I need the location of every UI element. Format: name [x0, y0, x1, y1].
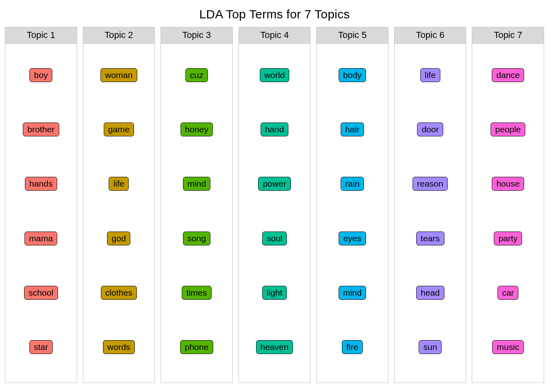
- term-chip: cuz: [185, 68, 208, 82]
- topic-body: worldhandpowersoullightheaven: [239, 44, 310, 383]
- term-chip: party: [494, 232, 522, 245]
- term-chip: life: [109, 177, 129, 191]
- term-chip: dance: [492, 68, 524, 82]
- topic-panel: Topic 6lifedoorreasontearsheadsun: [394, 27, 466, 383]
- topic-body: lifedoorreasontearsheadsun: [395, 44, 466, 383]
- term-chip: music: [492, 340, 524, 354]
- term-chip: eyes: [339, 232, 366, 245]
- topic-panel: Topic 7dancepeoplehousepartycarmusic: [472, 27, 544, 383]
- term-chip: words: [103, 340, 135, 354]
- term-chip: phone: [180, 340, 213, 354]
- term-chip: reason: [413, 177, 448, 191]
- term-chip: school: [24, 286, 58, 300]
- topic-header: Topic 6: [395, 27, 466, 44]
- term-chip: hand: [261, 122, 289, 136]
- topic-header: Topic 5: [317, 27, 388, 44]
- term-chip: sun: [419, 340, 442, 354]
- term-chip: power: [258, 177, 290, 191]
- topic-header: Topic 2: [83, 27, 155, 44]
- topic-body: boybrotherhandsmamaschoolstar: [5, 44, 77, 383]
- term-chip: heaven: [256, 340, 293, 354]
- term-chip: car: [498, 286, 518, 300]
- term-chip: game: [104, 122, 134, 136]
- topic-panel: Topic 4worldhandpowersoullightheaven: [239, 27, 311, 383]
- page-title: LDA Top Terms for 7 Topics: [5, 7, 544, 21]
- topic-panel: Topic 3cuzhoneymindsongtimesphone: [161, 27, 233, 383]
- chart-page: LDA Top Terms for 7 Topics Topic 1boybro…: [0, 0, 549, 392]
- topic-body: womangamelifegodclotheswords: [83, 44, 155, 383]
- term-chip: song: [183, 232, 211, 245]
- topic-header: Topic 7: [472, 27, 544, 44]
- topic-panel: Topic 2womangamelifegodclotheswords: [83, 27, 155, 383]
- term-chip: hands: [25, 177, 57, 191]
- term-chip: clothes: [101, 286, 137, 300]
- term-chip: god: [107, 232, 130, 245]
- term-chip: mind: [339, 286, 366, 300]
- term-chip: soul: [262, 232, 287, 245]
- topic-header: Topic 4: [239, 27, 310, 44]
- term-chip: body: [339, 68, 366, 82]
- term-chip: life: [420, 68, 440, 82]
- term-chip: world: [260, 68, 289, 82]
- term-chip: people: [491, 122, 525, 136]
- topic-body: cuzhoneymindsongtimesphone: [161, 44, 232, 383]
- term-chip: mama: [25, 232, 57, 245]
- term-chip: honey: [181, 122, 213, 136]
- term-chip: mind: [183, 177, 211, 191]
- term-chip: star: [29, 340, 53, 354]
- term-chip: house: [492, 177, 524, 191]
- term-chip: brother: [23, 122, 59, 136]
- topic-header: Topic 3: [161, 27, 232, 44]
- term-chip: fire: [342, 340, 363, 354]
- topic-body: bodyhairraineyesmindfire: [317, 44, 388, 383]
- topic-panel: Topic 5bodyhairraineyesmindfire: [316, 27, 388, 383]
- term-chip: woman: [100, 68, 137, 82]
- term-chip: hair: [341, 122, 364, 136]
- topic-header: Topic 1: [5, 27, 77, 44]
- term-chip: light: [262, 286, 287, 300]
- topics-grid: Topic 1boybrotherhandsmamaschoolstarTopi…: [5, 27, 544, 383]
- term-chip: door: [417, 122, 443, 136]
- term-chip: rain: [341, 177, 364, 191]
- term-chip: tears: [416, 232, 444, 245]
- topic-panel: Topic 1boybrotherhandsmamaschoolstar: [5, 27, 77, 383]
- term-chip: boy: [29, 68, 52, 82]
- term-chip: head: [416, 286, 444, 300]
- term-chip: times: [182, 286, 211, 300]
- topic-body: dancepeoplehousepartycarmusic: [472, 44, 544, 383]
